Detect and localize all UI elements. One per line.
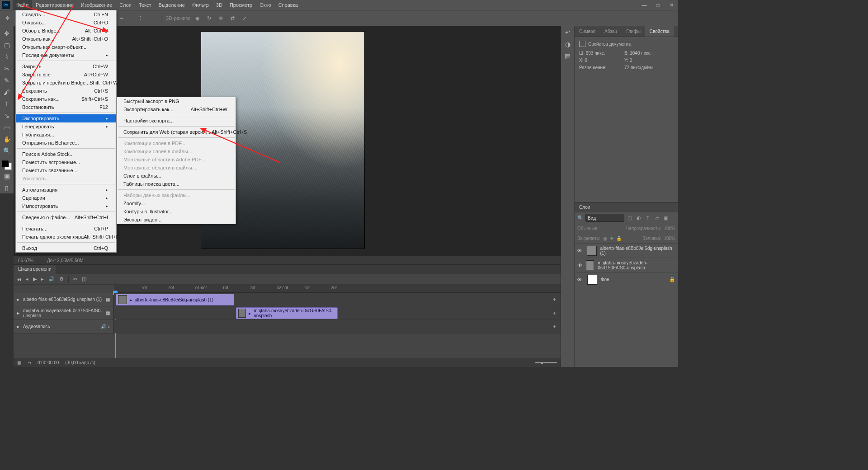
- menu-Изображение[interactable]: Изображение: [77, 0, 116, 10]
- menuitem[interactable]: Контуры в Illustrator...: [117, 207, 236, 216]
- menuitem[interactable]: Закрыть всеAlt+Ctrl+W: [16, 70, 116, 79]
- convert-icon[interactable]: ↪: [28, 360, 31, 365]
- tab-Глифы[interactable]: Глифы: [622, 26, 645, 37]
- menuitem[interactable]: Генерировать: [16, 122, 116, 131]
- tab-Символ[interactable]: Символ: [575, 26, 600, 37]
- expand-icon[interactable]: ▸: [17, 324, 19, 329]
- menuitem[interactable]: Создать...Ctrl+N: [16, 10, 116, 19]
- fill-value[interactable]: 100%: [664, 236, 675, 241]
- menuitem[interactable]: Zoomify...: [117, 199, 236, 207]
- add-clip-icon[interactable]: ＋: [551, 309, 558, 316]
- lasso-tool[interactable]: ⌇: [1, 52, 12, 62]
- menuitem[interactable]: Поиск в Adobe Stock...: [16, 150, 116, 158]
- blend-mode-select[interactable]: Обычные: [577, 226, 597, 231]
- quickmask-icon[interactable]: ▣: [1, 171, 12, 182]
- track-menu-icon[interactable]: ▦: [106, 297, 110, 302]
- menuitem[interactable]: Обзор в Bridge...Alt+Ctrl+O: [16, 27, 116, 35]
- filter-type-icon[interactable]: T: [644, 214, 651, 221]
- menuitem[interactable]: Автоматизация: [16, 186, 116, 194]
- menuitem[interactable]: Публикация...: [16, 131, 116, 139]
- menu-Окно[interactable]: Окно: [256, 0, 275, 10]
- roll-3d-icon[interactable]: ↻: [205, 14, 214, 23]
- visibility-icon[interactable]: 👁: [577, 263, 582, 268]
- orbit-3d-icon[interactable]: ◉: [193, 14, 202, 23]
- menu-Редактирование[interactable]: Редактирование: [32, 0, 77, 10]
- menuitem[interactable]: Экспортировать: [16, 114, 116, 122]
- split-icon[interactable]: ✂: [73, 276, 77, 282]
- marquee-tool[interactable]: ▢: [1, 40, 12, 51]
- move-tool-icon[interactable]: ✥: [3, 14, 12, 23]
- screenmode-icon[interactable]: ▯: [1, 183, 12, 193]
- timeline-clip[interactable]: ▸alberto-frias-e8Bo8JeiSdg-unsplash (1): [116, 294, 234, 306]
- brush-tool[interactable]: 🖌: [1, 87, 12, 98]
- settings-icon[interactable]: ⚙: [59, 276, 64, 282]
- zoom-slider[interactable]: ━━●━━━━━: [535, 360, 557, 365]
- color-icon[interactable]: ◑: [565, 41, 571, 48]
- transition-icon[interactable]: ◫: [82, 276, 86, 282]
- menu-Файл[interactable]: Файл: [13, 0, 32, 10]
- menuitem[interactable]: Последние документы: [16, 51, 116, 59]
- menuitem[interactable]: Слои в файлы...: [117, 172, 236, 180]
- menuitem[interactable]: Сохранить для Web (старая версия)...Alt+…: [117, 128, 236, 136]
- type-tool[interactable]: T: [1, 99, 12, 109]
- menuitem[interactable]: Открыть как смарт-объект...: [16, 43, 116, 51]
- filter-shape-icon[interactable]: ▱: [653, 214, 660, 221]
- move-tool[interactable]: ✥: [1, 28, 12, 39]
- menuitem[interactable]: Закрыть и перейти в Bridge...Shift+Ctrl+…: [16, 79, 116, 87]
- distribute-v-icon[interactable]: ⋯: [147, 14, 156, 23]
- layer-row[interactable]: 👁mojtaba-mosayebzadeh-0srGS0FAfS0-unspla…: [575, 258, 678, 272]
- menuitem[interactable]: Сведения о файле...Alt+Shift+Ctrl+I: [16, 213, 116, 221]
- menu-Выделение[interactable]: Выделение: [155, 0, 189, 10]
- lock-pixels-icon[interactable]: ▦: [603, 236, 607, 241]
- audio-icon[interactable]: 🔊: [48, 276, 55, 282]
- menu-Фильтр[interactable]: Фильтр: [189, 0, 212, 10]
- lock-position-icon[interactable]: ✥: [610, 236, 613, 241]
- distribute-h-icon[interactable]: ⋮: [136, 14, 145, 23]
- expand-clip-icon[interactable]: ▸: [249, 311, 251, 316]
- maximize-icon[interactable]: ▭: [651, 0, 665, 10]
- add-clip-icon[interactable]: ＋: [551, 296, 558, 303]
- menu-Слои[interactable]: Слои: [116, 0, 135, 10]
- visibility-icon[interactable]: 👁: [577, 248, 583, 254]
- menuitem[interactable]: Экспортировать как...Alt+Shift+Ctrl+W: [117, 105, 236, 113]
- menuitem[interactable]: Отправить на Behance...: [16, 139, 116, 147]
- minimize-icon[interactable]: —: [637, 0, 651, 10]
- menuitem[interactable]: Открыть как...Alt+Shift+Ctrl+O: [16, 35, 116, 43]
- path-tool[interactable]: ↘: [1, 110, 12, 121]
- menuitem[interactable]: ВыходCtrl+Q: [16, 244, 116, 252]
- pan-3d-icon[interactable]: ✥: [217, 14, 226, 23]
- filter-icon[interactable]: 🔍: [577, 215, 584, 221]
- filter-smart-icon[interactable]: ▣: [662, 214, 670, 221]
- menuitem[interactable]: Настройки экспорта...: [117, 117, 236, 125]
- close-icon[interactable]: ✕: [665, 0, 678, 10]
- zoom-3d-icon[interactable]: ⤢: [240, 14, 249, 23]
- audio-track-icon[interactable]: 🔊 ♪: [101, 324, 110, 329]
- filter-kind-select[interactable]: Вид: [585, 214, 624, 222]
- layer-row[interactable]: 👁Фон🔒: [575, 272, 678, 287]
- menuitem[interactable]: Поместить встроенные...: [16, 158, 116, 166]
- filter-image-icon[interactable]: ▢: [626, 214, 633, 221]
- menuitem[interactable]: Сохранить как...Shift+Ctrl+S: [16, 95, 116, 103]
- menuitem[interactable]: Открыть...Ctrl+O: [16, 19, 116, 27]
- play-icon[interactable]: ▶: [33, 276, 37, 282]
- align-bottom-icon[interactable]: ━: [117, 14, 126, 23]
- filter-adjust-icon[interactable]: ◐: [635, 214, 642, 221]
- expand-clip-icon[interactable]: ▸: [130, 297, 132, 302]
- timeline-ruler[interactable]: 10f20f01:00f10f20f02:00f10f20f: [114, 285, 561, 293]
- menuitem[interactable]: Импортировать: [16, 202, 116, 210]
- menuitem[interactable]: Сценарии: [16, 194, 116, 202]
- layer-row[interactable]: 👁alberto-frias-e8Bo8JeiSdg-unsplash (1): [575, 243, 678, 258]
- zoom-level[interactable]: 66.67%: [18, 258, 33, 263]
- track-menu-icon[interactable]: ▦: [106, 310, 110, 315]
- next-frame-icon[interactable]: ▸: [41, 276, 44, 282]
- expand-icon[interactable]: ▸: [17, 297, 19, 302]
- menuitem[interactable]: Экспорт видео...: [117, 216, 236, 224]
- zoom-tool[interactable]: 🔍: [1, 146, 12, 156]
- menuitem[interactable]: Поместить связанные...: [16, 166, 116, 174]
- swatches-icon[interactable]: ▦: [565, 52, 571, 60]
- expand-icon[interactable]: ▸: [17, 310, 19, 315]
- menuitem[interactable]: Таблицы поиска цвета...: [117, 180, 236, 188]
- menuitem[interactable]: Быстрый экспорт в PNG: [117, 97, 236, 105]
- opacity-value[interactable]: 100%: [664, 226, 675, 231]
- timeline-tab[interactable]: Шкала времени: [14, 265, 56, 274]
